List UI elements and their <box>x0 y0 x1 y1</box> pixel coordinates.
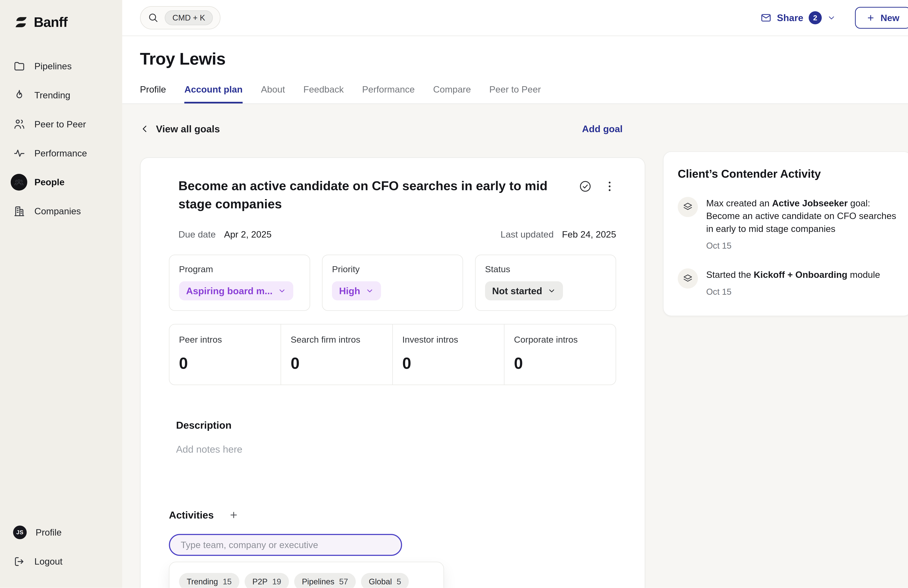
logo-text: Banff <box>34 14 68 30</box>
stat-value: 0 <box>402 354 494 373</box>
share-label: Share <box>777 12 803 23</box>
folder-icon <box>13 60 26 72</box>
tab-performance[interactable]: Performance <box>362 84 415 103</box>
filter-pill-trending[interactable]: Trending 15 <box>179 573 239 588</box>
filter-pill-label: Global <box>369 577 392 586</box>
peers-icon <box>13 118 26 130</box>
stat-investor-intros: Investor intros 0 <box>392 325 504 384</box>
share-button[interactable]: Share 2 <box>760 11 836 24</box>
activity-item-date: Oct 15 <box>706 287 880 297</box>
sidebar-item-companies[interactable]: Companies <box>0 197 122 226</box>
search-shortcut-label: CMD + K <box>165 10 213 25</box>
app-root: Banff Pipelines Trending Peer to Peer Pe… <box>0 0 908 588</box>
sidebar-item-performance[interactable]: Performance <box>0 139 122 168</box>
avatar: JS <box>13 525 27 539</box>
goal-card: Become an active candidate on CFO search… <box>140 157 645 588</box>
sidebar-item-pipelines[interactable]: Pipelines <box>0 51 122 80</box>
new-button[interactable]: New <box>855 7 908 29</box>
stat-peer-intros: Peer intros 0 <box>169 325 280 384</box>
sidebar-item-profile[interactable]: JS Profile <box>0 518 122 547</box>
priority-select[interactable]: High <box>332 281 381 300</box>
banff-logo-icon <box>13 14 29 30</box>
check-circle-icon[interactable] <box>579 180 592 193</box>
filter-pill-count: 5 <box>397 577 401 586</box>
tab-bar: Profile Account plan About Feedback Perf… <box>122 84 908 104</box>
due-date-label: Due date <box>179 229 216 239</box>
filter-pill-pipelines[interactable]: Pipelines 57 <box>294 573 356 588</box>
tab-account-plan[interactable]: Account plan <box>184 84 243 103</box>
filter-pill-p2p[interactable]: P2P 19 <box>245 573 289 588</box>
last-updated: Last updatedFeb 24, 2025 <box>501 229 616 240</box>
stat-search-firm-intros: Search firm intros 0 <box>280 325 392 384</box>
activity-search-input[interactable] <box>169 534 402 556</box>
new-button-label: New <box>881 13 900 23</box>
stat-value: 0 <box>179 354 271 373</box>
tab-about[interactable]: About <box>261 84 285 103</box>
filter-pill-count: 19 <box>272 577 281 586</box>
content-columns: Become an active candidate on CFO search… <box>140 151 908 588</box>
activities-header: Activities <box>169 509 616 521</box>
view-all-goals-label: View all goals <box>156 123 220 135</box>
add-activity-icon[interactable] <box>229 510 239 520</box>
plus-icon <box>866 13 875 22</box>
chevron-down-icon <box>547 287 556 295</box>
intro-stats-row: Peer intros 0 Search firm intros 0 Inves… <box>169 324 616 385</box>
sidebar-item-trending[interactable]: Trending <box>0 80 122 109</box>
filter-pill-label: Pipelines <box>302 577 334 586</box>
goals-bar: View all goals Add goal <box>140 118 645 140</box>
program-value: Aspiring board m... <box>186 286 272 296</box>
goal-title: Become an active candidate on CFO search… <box>179 177 570 213</box>
status-select[interactable]: Not started <box>485 281 563 300</box>
priority-value: High <box>339 286 360 296</box>
status-field: Status Not started <box>475 255 616 311</box>
tab-compare[interactable]: Compare <box>433 84 471 103</box>
add-goal-link[interactable]: Add goal <box>582 124 623 134</box>
topbar: CMD + K Share 2 New <box>122 0 908 36</box>
kebab-menu-icon[interactable] <box>603 180 616 193</box>
building-icon <box>13 205 26 218</box>
activities-section: Activities Trending 15 P2P <box>169 509 616 588</box>
tab-profile[interactable]: Profile <box>140 84 166 103</box>
filter-pills-row: Trending 15 P2P 19 Pipelines 57 <box>179 573 434 588</box>
stat-label: Corporate intros <box>514 334 606 345</box>
filter-pill-global[interactable]: Global 5 <box>361 573 409 588</box>
description-heading: Description <box>176 419 616 431</box>
sidebar-item-people[interactable]: People <box>0 168 122 197</box>
description-section: Description Add notes here <box>169 419 616 455</box>
due-date: Due dateApr 2, 2025 <box>179 229 272 240</box>
people-group-icon <box>11 174 27 190</box>
tab-feedback[interactable]: Feedback <box>303 84 344 103</box>
logo[interactable]: Banff <box>0 14 122 30</box>
sidebar-item-label: Pipelines <box>34 61 72 72</box>
sidebar-item-peer-to-peer[interactable]: Peer to Peer <box>0 109 122 139</box>
main-area: CMD + K Share 2 New Troy Lewis Profile A <box>122 0 908 588</box>
filter-pill-label: Trending <box>187 577 218 586</box>
last-updated-value: Feb 24, 2025 <box>562 229 616 239</box>
activity-item-text: Max created an Active Jobseeker goal: Be… <box>706 197 897 236</box>
sidebar-nav: Pipelines Trending Peer to Peer Performa… <box>0 51 122 226</box>
search-button[interactable]: CMD + K <box>140 6 221 29</box>
description-input[interactable]: Add notes here <box>176 443 616 455</box>
status-label: Status <box>485 264 606 274</box>
sidebar-item-label: Profile <box>35 527 61 538</box>
tab-peer-to-peer[interactable]: Peer to Peer <box>489 84 541 103</box>
layers-icon <box>678 268 698 289</box>
search-icon <box>148 12 159 23</box>
content-area: View all goals Add goal Become an active… <box>122 104 908 588</box>
goal-card-header: Become an active candidate on CFO search… <box>169 177 616 213</box>
activity-item-text: Started the Kickoff + Onboarding module <box>706 268 880 281</box>
stat-corporate-intros: Corporate intros 0 <box>504 325 616 384</box>
filter-pill-count: 15 <box>223 577 232 586</box>
stat-value: 0 <box>291 354 383 373</box>
program-select[interactable]: Aspiring board m... <box>179 281 293 300</box>
program-field: Program Aspiring board m... <box>169 255 310 311</box>
goal-dates-row: Due dateApr 2, 2025 Last updatedFeb 24, … <box>169 229 616 240</box>
filter-pill-label: P2P <box>253 577 267 586</box>
chevron-down-icon <box>278 287 286 295</box>
page-title: Troy Lewis <box>140 49 908 69</box>
sidebar-item-label: Companies <box>34 206 81 217</box>
view-all-goals-link[interactable]: View all goals <box>140 123 220 135</box>
status-value: Not started <box>492 286 542 296</box>
share-count-badge: 2 <box>809 11 822 24</box>
sidebar-item-logout[interactable]: Logout <box>0 547 122 576</box>
